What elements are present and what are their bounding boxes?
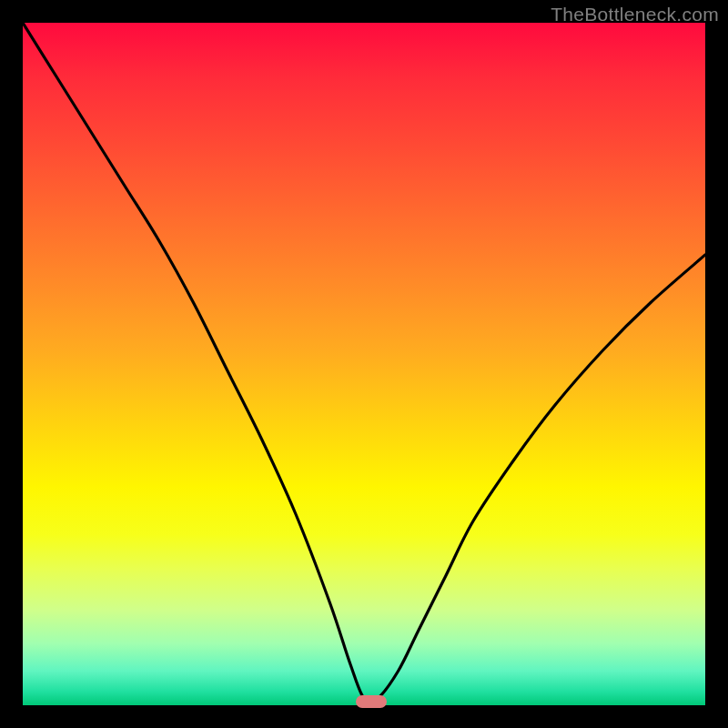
watermark-text: TheBottleneck.com xyxy=(551,4,719,25)
bottleneck-curve-path xyxy=(23,23,705,703)
curve-svg xyxy=(23,23,705,705)
plot-area xyxy=(23,23,705,705)
min-marker xyxy=(356,695,387,708)
chart-frame: TheBottleneck.com xyxy=(0,0,728,728)
